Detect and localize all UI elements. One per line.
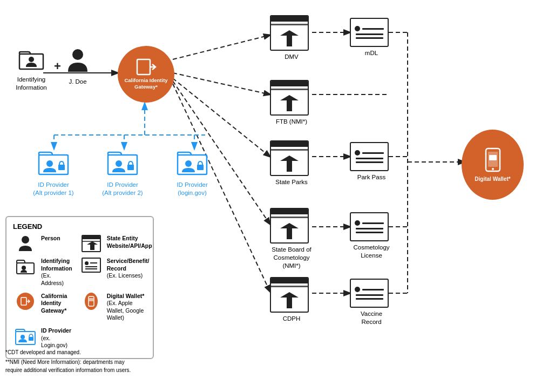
idp2-label: ID Provider (Alt provider 2) [99, 181, 146, 197]
svg-line-2 [173, 35, 270, 59]
person-icon [67, 48, 89, 73]
svg-rect-48 [282, 162, 285, 166]
svg-point-25 [29, 57, 34, 62]
legend-title: LEGEND [13, 222, 146, 231]
plus-sign: + [54, 59, 61, 73]
svg-point-26 [72, 49, 83, 60]
svg-point-66 [22, 266, 26, 270]
legend-folder-icon [16, 258, 35, 275]
park-pass-node: Park Pass [350, 142, 393, 181]
svg-marker-64 [87, 241, 98, 245]
svg-point-30 [46, 160, 53, 167]
footnote-cdt: *CDT developed and managed. [5, 348, 151, 356]
legend-state-entity: State EntityWebsite/API/App [79, 235, 152, 252]
dmv-node: DMV [270, 15, 313, 61]
legend-id-info: IdentifyingInformation(Ex. Address) [13, 258, 72, 287]
legend-person-icon [18, 235, 33, 252]
legend-wallet-text: Digital Wallet*(Ex. AppleWallet, GoogleW… [107, 293, 145, 322]
building-icon-cosm [279, 222, 300, 240]
legend-idp-text: ID Provider(ex. Login.gov) [41, 327, 72, 349]
svg-rect-41 [294, 37, 297, 41]
svg-rect-31 [58, 165, 65, 170]
svg-line-3 [173, 73, 270, 94]
svg-rect-37 [197, 165, 204, 170]
svg-point-72 [21, 335, 25, 339]
svg-rect-60 [489, 155, 497, 160]
legend-idp: ID Provider(ex. Login.gov) [13, 327, 72, 349]
svg-marker-55 [280, 292, 299, 298]
mdl-node: mDL [350, 18, 393, 57]
identifying-info-node: Identifying Information [10, 48, 53, 92]
svg-rect-53 [294, 229, 297, 234]
svg-marker-43 [280, 95, 299, 100]
legend-gateway-icon [21, 297, 30, 306]
idp1-label: ID Provider (Alt provider 1) [30, 181, 77, 197]
footnote-1: *CDT developed and managed. **NMI (Need … [5, 348, 151, 374]
legend-state-entity-text: State EntityWebsite/API/App [107, 235, 152, 249]
cosmetology-label: State Board of Cosmetology (NMI*) [270, 246, 313, 270]
svg-point-62 [22, 236, 29, 244]
folder-person-icon [18, 48, 44, 71]
diagram: Identifying Information + J. Doe Califor… [0, 0, 535, 392]
svg-line-4 [173, 78, 270, 157]
wallet-label: Digital Wallet* [475, 175, 510, 183]
gateway-icon [136, 58, 157, 76]
svg-rect-56 [282, 299, 285, 303]
j-doe-label: J. Doe [64, 78, 92, 86]
ftb-label: FTB (NMI*) [270, 118, 313, 126]
cdph-node: CDPH [270, 277, 313, 323]
idp2-icon [107, 148, 138, 177]
building-icon-parks [279, 154, 300, 173]
svg-rect-52 [282, 229, 285, 234]
mdl-label: mDL [350, 49, 393, 57]
legend-person: Person [13, 235, 72, 252]
svg-rect-44 [282, 102, 285, 106]
svg-rect-70 [89, 298, 93, 301]
svg-rect-34 [127, 165, 134, 170]
svg-point-36 [185, 160, 192, 167]
svg-rect-57 [294, 299, 297, 303]
svg-rect-50 [287, 227, 292, 239]
svg-marker-47 [280, 156, 299, 161]
svg-rect-67 [21, 298, 26, 305]
svg-rect-38 [287, 35, 292, 46]
park-pass-label: Park Pass [350, 173, 393, 181]
j-doe-node: J. Doe [64, 48, 92, 86]
state-parks-label: State Parks [270, 178, 313, 186]
identifying-info-label: Identifying Information [10, 76, 53, 92]
vaccine-record-node: Vaccine Record [350, 279, 393, 326]
legend-wallet-icon [87, 296, 95, 307]
cosmetology-license-label: Cosmetology License [350, 244, 393, 260]
cosmetology-license-node: Cosmetology License [350, 212, 393, 260]
dmv-label: DMV [270, 53, 313, 61]
ftb-node: FTB (NMI*) [270, 80, 313, 126]
svg-point-61 [492, 168, 494, 170]
idp3-label: ID Provider (login.gov) [168, 181, 216, 197]
legend-gateway-text: California IdentityGateway* [41, 293, 72, 315]
svg-marker-51 [280, 223, 299, 228]
svg-rect-46 [287, 160, 292, 172]
legend-record-text: Service/Benefit/Record(Ex. Licenses) [107, 258, 150, 280]
svg-rect-27 [137, 59, 150, 75]
idp1-icon [38, 148, 69, 177]
building-icon-ftb [279, 94, 300, 112]
svg-rect-73 [29, 337, 33, 341]
legend-gateway: California IdentityGateway* [13, 293, 72, 322]
svg-rect-40 [282, 37, 285, 41]
legend-building-icon [86, 241, 99, 250]
gateway-label: California IdentityGateway* [124, 77, 167, 91]
idp3-node: ID Provider (login.gov) [168, 148, 216, 197]
legend-idp-icon [15, 327, 36, 346]
state-parks-node: State Parks [270, 140, 313, 186]
legend-wallet: Digital Wallet*(Ex. AppleWallet, GoogleW… [79, 293, 152, 322]
idp2-node: ID Provider (Alt provider 2) [99, 148, 146, 197]
legend-id-info-text: IdentifyingInformation(Ex. Address) [41, 258, 72, 287]
legend-person-text: Person [41, 235, 60, 242]
idp1-node: ID Provider (Alt provider 1) [30, 148, 77, 197]
svg-rect-45 [294, 102, 297, 106]
building-icon [279, 29, 300, 48]
building-icon-cdph [279, 291, 300, 309]
svg-rect-42 [287, 99, 292, 111]
gateway-circle: California IdentityGateway* [118, 46, 174, 103]
wallet-circle: Digital Wallet* [462, 130, 524, 200]
